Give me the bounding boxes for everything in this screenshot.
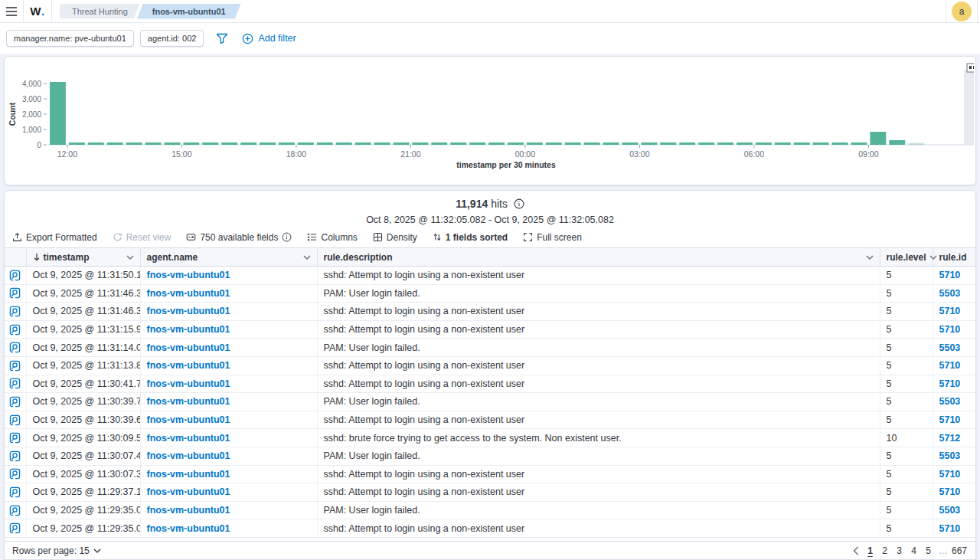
inspect-document-icon[interactable] [9, 360, 21, 372]
agent-name-link[interactable]: fnos-vm-ubuntu01 [147, 469, 230, 480]
density-button[interactable]: Density [373, 232, 417, 243]
page-button-3[interactable]: 3 [893, 544, 906, 558]
rule-level-cell: 5 [880, 393, 933, 411]
inspect-document-icon[interactable] [9, 324, 21, 336]
agent-name-link[interactable]: fnos-vm-ubuntu01 [147, 378, 230, 389]
add-filter-button[interactable]: Add filter [242, 33, 296, 44]
agent-name-link[interactable]: fnos-vm-ubuntu01 [147, 450, 230, 461]
rule-level-cell: 10 [880, 429, 933, 447]
fields-icon [186, 232, 196, 242]
inspect-document-icon[interactable] [9, 468, 21, 480]
rule-description-column-header[interactable]: rule.description [317, 248, 880, 267]
rule-id-link[interactable]: 5710 [939, 414, 961, 425]
breadcrumb-threat-hunting[interactable]: Threat Hunting [60, 4, 140, 19]
inspect-document-icon[interactable] [9, 450, 21, 462]
inspect-document-icon[interactable] [9, 505, 21, 516]
rule-id-link[interactable]: 5503 [939, 396, 961, 407]
filter-pill-agent-id[interactable]: agent.id: 002 [140, 30, 204, 47]
page-button-4[interactable]: 4 [907, 544, 920, 558]
agent-name-link[interactable]: fnos-vm-ubuntu01 [147, 414, 230, 425]
export-formatted-button[interactable]: Export Formatted [12, 232, 97, 243]
avatar[interactable]: a [952, 2, 972, 21]
page-button-667[interactable]: 667 [951, 544, 968, 558]
expand-document-cell [5, 375, 26, 393]
agent-name-link[interactable]: fnos-vm-ubuntu01 [147, 324, 230, 335]
rows-per-page-selector[interactable]: Rows per page: 15 [12, 545, 101, 556]
fields-sorted-button[interactable]: 1 fields sorted [433, 232, 508, 243]
rule-id-link[interactable]: 5710 [939, 306, 961, 316]
app-logo[interactable]: W. [24, 0, 51, 22]
reset-view-button[interactable]: Reset view [113, 232, 172, 243]
timestamp-cell: Oct 9, 2025 @ 11:31:15.912 [26, 320, 140, 339]
filter-bar: manager.name: pve-ubuntu01 agent.id: 002… [0, 23, 980, 54]
inspect-document-icon[interactable] [9, 396, 21, 408]
agent-name-link[interactable]: fnos-vm-ubuntu01 [147, 360, 230, 371]
expand-document-cell [5, 339, 26, 357]
agent-name-column-header[interactable]: agent.name [140, 248, 317, 267]
info-icon[interactable] [514, 198, 524, 209]
filter-options-button[interactable] [216, 33, 228, 44]
agent-name-cell: fnos-vm-ubuntu01 [140, 303, 317, 321]
rule-id-link[interactable]: 5710 [939, 360, 961, 371]
agent-name-link[interactable]: fnos-vm-ubuntu01 [147, 486, 230, 497]
info-icon[interactable] [282, 232, 292, 242]
inspect-document-icon[interactable] [9, 378, 21, 389]
inspect-document-icon[interactable] [9, 342, 21, 353]
reset-view-label: Reset view [126, 232, 172, 243]
user-menu[interactable]: a [946, 0, 977, 22]
rule-level-column-header[interactable]: rule.level [880, 248, 933, 267]
breadcrumb-agent[interactable]: fnos-vm-ubuntu01 [137, 4, 241, 19]
rule-id-cell: 5503 [933, 447, 975, 465]
rule-id-link[interactable]: 5710 [939, 486, 961, 497]
rule-level-cell: 5 [880, 320, 933, 339]
columns-button[interactable]: Columns [307, 232, 357, 243]
rule-level-cell: 5 [880, 483, 933, 502]
agent-name-link[interactable]: fnos-vm-ubuntu01 [147, 270, 230, 280]
rule-id-link[interactable]: 5710 [939, 523, 961, 534]
rule-id-link[interactable]: 5710 [939, 378, 961, 389]
rule-id-column-header[interactable]: rule.id [933, 248, 975, 267]
menu-button[interactable] [0, 0, 23, 22]
agent-name-link[interactable]: fnos-vm-ubuntu01 [147, 306, 230, 316]
inspect-document-icon[interactable] [9, 287, 21, 299]
rule-id-link[interactable]: 5710 [939, 270, 961, 280]
inspect-document-icon[interactable] [9, 270, 21, 281]
agent-name-link[interactable]: fnos-vm-ubuntu01 [147, 288, 230, 299]
chevron-down-icon[interactable] [303, 255, 311, 260]
rule-id-link[interactable]: 5503 [939, 505, 961, 516]
chevron-down-icon[interactable] [126, 255, 134, 260]
rule-id-link[interactable]: 5503 [939, 450, 961, 461]
rule-id-link[interactable]: 5503 [939, 288, 961, 299]
agent-name-link[interactable]: fnos-vm-ubuntu01 [147, 523, 230, 534]
page-button-5[interactable]: 5 [922, 544, 935, 558]
rule-level-cell: 5 [880, 465, 933, 483]
events-histogram-chart[interactable]: 01,0002,0003,0004,00012:0015:0018:0021:0… [5, 57, 974, 185]
timestamp-cell: Oct 9, 2025 @ 11:29:35.091 [26, 501, 140, 519]
page-button-1[interactable]: 1 [864, 544, 877, 558]
inspect-document-icon[interactable] [9, 414, 21, 426]
agent-name-link[interactable]: fnos-vm-ubuntu01 [147, 505, 230, 516]
filter-pill-manager-name[interactable]: manager.name: pve-ubuntu01 [6, 30, 134, 47]
agent-name-link[interactable]: fnos-vm-ubuntu01 [147, 342, 230, 353]
agent-name-link[interactable]: fnos-vm-ubuntu01 [147, 396, 230, 407]
inspect-document-icon[interactable] [9, 486, 21, 498]
rule-id-link[interactable]: 5710 [939, 324, 961, 335]
agent-name-link[interactable]: fnos-vm-ubuntu01 [147, 433, 230, 444]
page-button-2[interactable]: 2 [878, 544, 891, 558]
chevron-down-icon[interactable] [929, 255, 937, 260]
rule-id-cell: 5710 [933, 519, 975, 538]
timestamp-column-header[interactable]: timestamp [26, 248, 140, 267]
inspect-document-icon[interactable] [9, 522, 21, 534]
available-fields-button[interactable]: 750 available fields [186, 232, 292, 243]
svg-text:06:00: 06:00 [744, 149, 764, 159]
rule-id-link[interactable]: 5710 [939, 469, 961, 480]
full-screen-button[interactable]: Full screen [523, 232, 582, 243]
rule-description-cell: sshd: Attempt to login using a non-exist… [317, 303, 880, 321]
inspect-document-icon[interactable] [9, 306, 21, 317]
rule-id-link[interactable]: 5712 [939, 433, 961, 444]
chevron-down-icon[interactable] [866, 255, 874, 260]
expand-column-header [5, 248, 26, 267]
previous-page-button[interactable] [853, 546, 859, 555]
inspect-document-icon[interactable] [9, 432, 21, 444]
rule-id-link[interactable]: 5503 [939, 342, 961, 353]
